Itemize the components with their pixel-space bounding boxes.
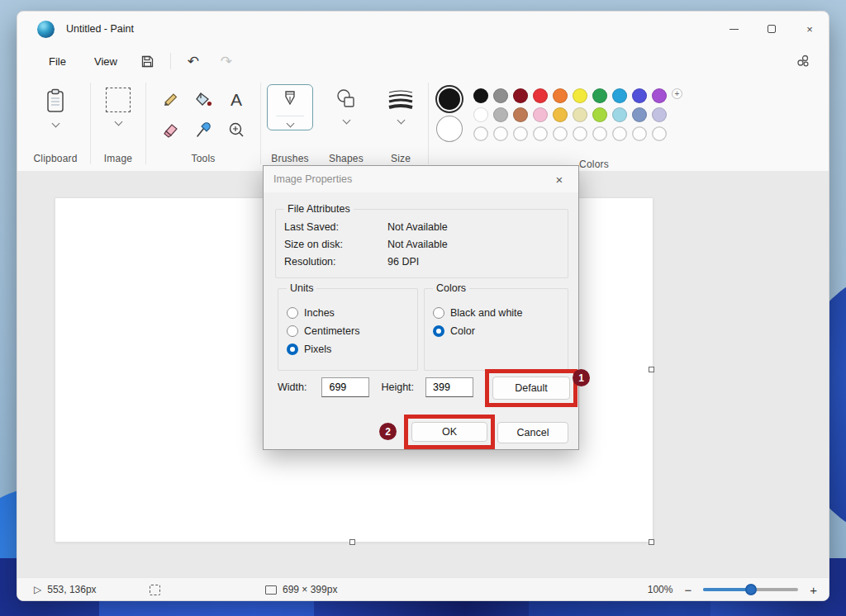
file-attribute-row: Last Saved:Not Available — [284, 221, 568, 233]
color-swatch[interactable] — [612, 107, 627, 122]
paste-button[interactable] — [43, 84, 68, 126]
resize-handle-bottom[interactable] — [349, 539, 355, 545]
height-input[interactable] — [425, 377, 473, 397]
brushes-button[interactable] — [267, 84, 313, 130]
minimize-button[interactable] — [715, 12, 753, 46]
zoom-out-button[interactable]: − — [682, 583, 693, 597]
radio-inches[interactable]: Inches — [287, 307, 417, 319]
radio-centimeters[interactable]: Centimeters — [287, 325, 417, 337]
empty-color-slot[interactable] — [513, 126, 528, 141]
window-controls: × — [715, 12, 829, 46]
empty-color-slot[interactable] — [632, 126, 647, 141]
resize-handle-right[interactable] — [649, 367, 654, 372]
units-options: InchesCentimetersPixels — [278, 289, 417, 355]
minimize-icon — [730, 29, 739, 30]
empty-color-slot[interactable] — [553, 126, 568, 141]
image-label: Image — [104, 153, 132, 168]
units-group: Units InchesCentimetersPixels — [278, 288, 418, 371]
selection-size — [150, 578, 160, 601]
view-menu[interactable]: View — [83, 51, 129, 72]
radio-pixels[interactable]: Pixels — [287, 344, 417, 355]
clipboard-section: Clipboard — [21, 76, 90, 171]
file-menu[interactable]: File — [37, 51, 78, 72]
empty-color-slot[interactable] — [493, 126, 508, 141]
empty-color-slot[interactable] — [573, 126, 587, 141]
color-swatch[interactable] — [553, 107, 568, 122]
color-swatch[interactable] — [632, 107, 647, 122]
empty-color-slot[interactable] — [592, 126, 607, 141]
cancel-button[interactable]: Cancel — [497, 422, 568, 443]
color1-swatch[interactable] — [437, 87, 462, 111]
undo-button[interactable]: ↶ — [179, 50, 207, 73]
dialog-close-button[interactable]: × — [549, 173, 570, 187]
close-button[interactable]: × — [791, 12, 829, 46]
color-swatch[interactable] — [652, 107, 667, 122]
color2-swatch[interactable] — [437, 116, 462, 141]
color-swatch[interactable] — [513, 88, 528, 103]
empty-color-slot[interactable] — [533, 126, 548, 141]
undo-icon: ↶ — [188, 53, 199, 70]
color-swatch[interactable] — [612, 88, 627, 103]
brush-icon — [281, 90, 299, 111]
color-picker-tool[interactable] — [192, 118, 215, 141]
height-label: Height: — [381, 381, 414, 393]
radio-icon — [287, 344, 298, 355]
size-button[interactable] — [387, 84, 415, 123]
radio-color[interactable]: Color — [433, 325, 568, 337]
attribute-value: 96 DPI — [387, 256, 419, 268]
eraser-tool[interactable] — [159, 118, 182, 141]
ok-button[interactable]: OK — [411, 422, 487, 442]
color-swatch[interactable] — [473, 88, 488, 103]
color-swatch[interactable] — [632, 88, 647, 103]
color-swatch[interactable] — [533, 107, 548, 122]
radio-label: Centimeters — [304, 325, 359, 337]
settings-button[interactable] — [789, 50, 817, 73]
fill-tool[interactable] — [192, 88, 215, 111]
file-attributes-label: File Attributes — [284, 203, 354, 215]
width-input[interactable] — [321, 377, 369, 397]
select-button[interactable] — [106, 84, 131, 125]
dialog-title: Image Properties — [273, 173, 352, 185]
pencil-icon — [161, 91, 179, 109]
annotation-box-ok: OK — [404, 415, 495, 449]
empty-color-slot[interactable] — [612, 126, 627, 141]
file-attributes-rows: Last Saved:Not AvailableSize on disk:Not… — [276, 210, 568, 268]
divider — [276, 116, 304, 116]
eyedropper-icon — [194, 121, 212, 139]
window-title: Untitled - Paint — [66, 23, 134, 35]
color-swatch[interactable] — [493, 107, 508, 122]
empty-color-slot[interactable] — [652, 126, 667, 141]
redo-button[interactable]: ↷ — [212, 50, 240, 73]
color-swatch[interactable] — [592, 107, 607, 122]
shapes-button[interactable] — [334, 84, 359, 123]
color-swatch[interactable] — [652, 88, 667, 103]
color-swatch[interactable] — [573, 107, 587, 122]
zoom-slider[interactable] — [703, 588, 798, 591]
title-bar[interactable]: Untitled - Paint × — [17, 12, 829, 46]
annotation-step-1: 1 — [573, 369, 590, 386]
clipboard-label: Clipboard — [33, 153, 77, 168]
empty-color-slot[interactable] — [473, 126, 488, 141]
text-tool[interactable]: A — [225, 88, 248, 111]
save-button[interactable] — [134, 50, 162, 73]
resize-handle-corner[interactable] — [649, 539, 654, 545]
dialog-title-bar[interactable]: Image Properties × — [264, 166, 578, 192]
zoom-in-button[interactable]: + — [808, 583, 819, 597]
shapes-section: Shapes — [319, 76, 373, 171]
maximize-button[interactable] — [753, 12, 791, 46]
clipboard-icon — [43, 88, 68, 114]
color-swatch[interactable] — [573, 88, 587, 103]
radio-black-and-white[interactable]: Black and white — [433, 307, 568, 319]
pencil-tool[interactable] — [159, 88, 182, 111]
color-swatch[interactable] — [553, 88, 568, 103]
close-icon: × — [806, 23, 813, 36]
color-swatch[interactable] — [513, 107, 528, 122]
color-swatch[interactable] — [592, 88, 607, 103]
select-icon — [106, 88, 131, 112]
color-swatch[interactable] — [533, 88, 548, 103]
default-button[interactable]: Default — [492, 377, 570, 400]
color-swatch[interactable] — [473, 107, 488, 122]
magnifier-tool[interactable] — [225, 118, 248, 141]
zoom-slider-thumb[interactable] — [745, 584, 757, 595]
color-swatch[interactable] — [493, 88, 508, 103]
